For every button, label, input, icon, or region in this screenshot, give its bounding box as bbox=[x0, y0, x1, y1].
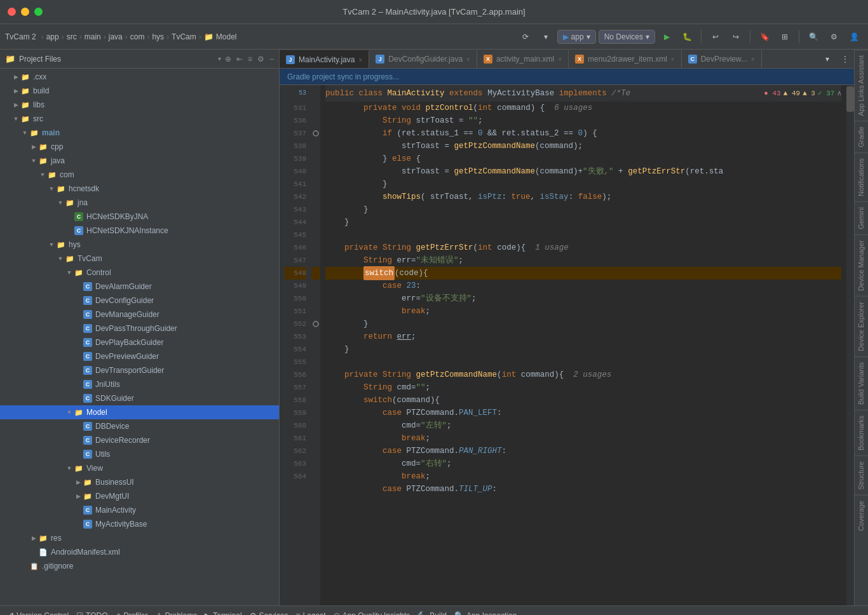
tree-item-cpp[interactable]: ▶ 📁 cpp bbox=[0, 140, 279, 154]
profiler-button[interactable]: ◈ Profiler bbox=[116, 611, 148, 616]
tab-list-dropdown[interactable]: ▾ bbox=[818, 50, 836, 68]
scrollbar-track[interactable] bbox=[846, 85, 854, 605]
tree-item-libs[interactable]: ▶ 📁 libs bbox=[0, 98, 279, 112]
tree-item-mainactivity[interactable]: ▶ C MainActivity bbox=[0, 503, 279, 517]
terminal-button[interactable]: ▶ Terminal bbox=[205, 611, 241, 616]
app-links-assistant-panel[interactable]: App Links Assistant bbox=[855, 50, 868, 121]
tab-close-menu2drawer[interactable]: × bbox=[671, 56, 675, 63]
settings-button[interactable]: ⚙ bbox=[825, 28, 843, 46]
run-button[interactable]: ▶ bbox=[658, 28, 675, 46]
tree-item-jna[interactable]: ▼ 📁 jna bbox=[0, 196, 279, 210]
tree-item-res[interactable]: ▶ 📁 res bbox=[0, 531, 279, 545]
tab-close-mainactivity[interactable]: × bbox=[358, 57, 362, 64]
tree-item-hcnetsdk[interactable]: ▼ 📁 hcnetsdk bbox=[0, 182, 279, 196]
app-quality-button[interactable]: ◎ App Quality Insights bbox=[334, 611, 410, 616]
tree-item-build[interactable]: ▶ 📁 build bbox=[0, 84, 279, 98]
profile-button[interactable]: 👤 bbox=[845, 28, 863, 46]
build-button[interactable]: 🔨 Build bbox=[417, 611, 447, 616]
services-button[interactable]: ⚙ Services bbox=[250, 611, 288, 616]
locate-icon[interactable]: ⊕ bbox=[225, 55, 231, 64]
device-manager-panel[interactable]: Device Manager bbox=[855, 234, 868, 296]
class-icon: C bbox=[83, 365, 93, 375]
tree-item-utils[interactable]: ▶ C Utils bbox=[0, 447, 279, 461]
structure-button[interactable]: ⊞ bbox=[776, 28, 794, 46]
tree-item-devtransportguider[interactable]: ▶ C DevTransportGuider bbox=[0, 363, 279, 377]
code-line-544: } bbox=[325, 216, 841, 229]
forward-button[interactable]: ↪ bbox=[727, 28, 745, 46]
tab-close-devpreview[interactable]: × bbox=[751, 56, 755, 63]
bookmark-button[interactable]: 🔖 bbox=[756, 28, 773, 46]
tab-mainactivity[interactable]: J MainActivity.java × bbox=[280, 50, 369, 68]
debug-button[interactable]: 🐛 bbox=[678, 28, 696, 46]
tree-item-devmgtui[interactable]: ▶ 📁 DevMgtUI bbox=[0, 489, 279, 503]
device-explorer-panel[interactable]: Device Explorer bbox=[855, 296, 868, 356]
notifications-panel[interactable]: Notifications bbox=[855, 152, 868, 201]
gemini-panel[interactable]: Gemini bbox=[855, 201, 868, 234]
collapse-icon[interactable]: ⇤ bbox=[236, 55, 243, 64]
tree-item-java[interactable]: ▼ 📁 java bbox=[0, 154, 279, 168]
tree-item-jniutils[interactable]: ▶ C JniUtils bbox=[0, 377, 279, 391]
tree-item-devpreviewguider[interactable]: ▶ C DevPreviewGuider bbox=[0, 349, 279, 363]
tree-item-myactivitybase[interactable]: ▶ C MyActivityBase bbox=[0, 517, 279, 531]
tree-item-businessui[interactable]: ▶ 📁 BusinessUI bbox=[0, 475, 279, 489]
scrollbar-thumb[interactable] bbox=[846, 86, 854, 112]
tree-item-com[interactable]: ▼ 📁 com bbox=[0, 168, 279, 182]
sync-button[interactable]: ⟳ bbox=[517, 28, 534, 46]
collapse-arrow[interactable]: ∧ bbox=[837, 87, 841, 100]
tab-menu2drawer[interactable]: X menu2drawer_item.xml × bbox=[569, 50, 682, 68]
maximize-button[interactable] bbox=[34, 8, 43, 16]
tree-item-tvcam[interactable]: ▼ 📁 TvCam bbox=[0, 252, 279, 266]
panel-dropdown-arrow[interactable]: ▾ bbox=[218, 55, 221, 62]
tab-devpreview[interactable]: C DevPreview... × bbox=[682, 50, 762, 68]
back-button[interactable]: ↩ bbox=[707, 28, 724, 46]
tree-item-devconfigguider[interactable]: ▶ C DevConfigGuider bbox=[0, 294, 279, 308]
tree-item-androidmanifest[interactable]: ▶ 📄 AndroidManifest.xml bbox=[0, 545, 279, 559]
tab-close-devconfigguider[interactable]: × bbox=[466, 56, 470, 63]
folder-orange-icon: 📁 bbox=[20, 86, 31, 96]
tree-item-devicerecorder[interactable]: ▶ C DeviceRecorder bbox=[0, 433, 279, 447]
logcat-button[interactable]: ≡ Logcat bbox=[296, 611, 326, 616]
tree-item-hcnetsdkbyna[interactable]: ▶ C HCNetSDKByJNA bbox=[0, 210, 279, 224]
gradle-panel[interactable]: Gradle bbox=[855, 121, 868, 152]
problems-button[interactable]: ⚠ Problems bbox=[156, 611, 198, 616]
todo-button[interactable]: ☑ TODO bbox=[76, 611, 107, 616]
tab-activity-main-xml[interactable]: X activity_main.xml × bbox=[477, 50, 569, 68]
folder-icon: 📁 bbox=[74, 267, 84, 278]
tree-item-view[interactable]: ▼ 📁 View bbox=[0, 461, 279, 475]
bookmarks-panel[interactable]: Bookmarks bbox=[855, 410, 868, 456]
tree-item-model[interactable]: ▼ 📁 Model bbox=[0, 405, 279, 419]
tree-item-devpassthroughguider[interactable]: ▶ C DevPassThroughGuider bbox=[0, 321, 279, 335]
code-content[interactable]: public class MainActivity extends MyActi… bbox=[320, 85, 846, 605]
code-editor[interactable]: 53 531 536 537 538 539 540 541 542 543 5… bbox=[280, 85, 854, 605]
tree-item-dbdevice[interactable]: ▶ C DBDevice bbox=[0, 419, 279, 433]
coverage-panel[interactable]: Coverage bbox=[855, 495, 868, 536]
run-config-dropdown[interactable]: ▶ app ▾ bbox=[557, 30, 596, 44]
tree-item-hcnetsdkjnainstance[interactable]: ▶ C HCNetSDKJNAInstance bbox=[0, 224, 279, 238]
minimize-button[interactable] bbox=[21, 8, 29, 16]
build-variants-panel[interactable]: Build Variants bbox=[855, 356, 868, 410]
minimize-panel-icon[interactable]: − bbox=[269, 55, 274, 64]
tree-item-gitignore[interactable]: ▶ 📋 .gitignore bbox=[0, 559, 279, 573]
tab-devconfigguider[interactable]: J DevConfigGuider.java × bbox=[369, 50, 477, 68]
tree-item-devalarmbguider[interactable]: ▶ C DevAlarmGuider bbox=[0, 280, 279, 294]
tree-item-src[interactable]: ▼ 📁 src bbox=[0, 112, 279, 126]
sort-icon[interactable]: ≡ bbox=[248, 55, 252, 64]
tree-item-cxx[interactable]: ▶ 📁 .cxx bbox=[0, 70, 279, 84]
tree-item-devplaybackguider[interactable]: ▶ C DevPlayBackGuider bbox=[0, 335, 279, 349]
structure-panel[interactable]: Structure bbox=[855, 456, 868, 495]
tree-item-hys[interactable]: ▼ 📁 hys bbox=[0, 238, 279, 252]
tree-item-main[interactable]: ▼ 📁 main bbox=[0, 126, 279, 140]
close-button[interactable] bbox=[8, 8, 16, 16]
tab-close-activity-main[interactable]: × bbox=[558, 56, 562, 63]
tree-item-sdkguider[interactable]: ▶ C SDKGuider bbox=[0, 391, 279, 405]
app-inspection-button[interactable]: 🔍 App Inspection bbox=[454, 611, 517, 616]
device-dropdown[interactable]: No Devices ▾ bbox=[599, 30, 655, 44]
search-button[interactable]: 🔍 bbox=[804, 28, 822, 46]
window-controls[interactable] bbox=[8, 8, 43, 16]
version-control-button[interactable]: ⎇ Version Control bbox=[5, 611, 69, 616]
settings-gear-icon[interactable]: ⚙ bbox=[257, 55, 264, 64]
tree-item-control[interactable]: ▼ 📁 Control bbox=[0, 266, 279, 280]
tab-settings-icon[interactable]: ⋮ bbox=[836, 50, 854, 68]
tree-item-devmanageguider[interactable]: ▶ C DevManageGuider bbox=[0, 308, 279, 321]
sync-dropdown[interactable]: ▾ bbox=[537, 28, 555, 46]
